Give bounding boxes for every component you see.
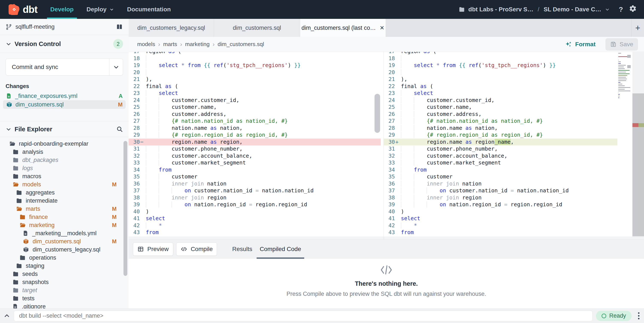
bottom-panel-header: Preview Compile Results Compiled Code (129, 240, 644, 259)
account-switcher[interactable]: dbt Labs - ProServ S… / SL Demo - Dave C… (458, 6, 616, 13)
new-tab-button[interactable]: + (631, 19, 644, 37)
top-nav: dbt DevelopDeployDocumentation dbt Labs … (0, 0, 644, 19)
breadcrumb-item[interactable]: marts (163, 41, 177, 47)
folder-open-icon (9, 140, 16, 147)
code-text: customer.customer_id, (146, 97, 240, 104)
kebab-menu[interactable] (634, 312, 643, 319)
format-button[interactable]: Format (565, 41, 596, 48)
settings-gear-button[interactable] (626, 5, 644, 14)
nav-item-documentation[interactable]: Documentation (121, 0, 177, 19)
sidebar: sqlfluff-meeting Version Control 2 Commi… (0, 19, 129, 309)
code-token: inner join (426, 195, 459, 201)
tree-item-target[interactable]: target (0, 286, 129, 294)
folder-icon (16, 189, 22, 196)
breadcrumb-item[interactable]: marketing (185, 41, 210, 47)
tree-item-tests[interactable]: tests (0, 294, 129, 303)
code-token (401, 139, 414, 145)
tree-item-marts[interactable]: martsM (0, 205, 129, 213)
line-number: 33 (129, 159, 140, 166)
table-grid-icon (138, 246, 144, 252)
tree-item-models[interactable]: modelsM (0, 180, 129, 189)
code-token (440, 62, 443, 68)
code-token: nation.nation_id (259, 187, 314, 194)
code-token: as (165, 83, 172, 89)
breadcrumb-item[interactable]: dim_customers.sql (218, 41, 264, 47)
tree-item-aggregates[interactable]: aggregates (0, 189, 129, 197)
folder-icon (12, 173, 19, 180)
code-token (401, 181, 414, 187)
minimap-line (618, 97, 619, 98)
tree-item-rapid-onboarding-exemplar[interactable]: rapid-onboarding-exemplar (0, 140, 129, 148)
code-text: ) (401, 208, 404, 215)
diff-pane-modified[interactable]: 17region as (18 19 select * from {{ ref(… (384, 52, 644, 237)
code-token (210, 62, 214, 68)
breadcrumb-item[interactable]: models (137, 41, 155, 47)
editor-tab-dim_customers_legacy.sql[interactable]: dim_customers_legacy.sql (129, 19, 214, 37)
code-token (401, 174, 414, 180)
tree-item-macros[interactable]: macros (0, 172, 129, 180)
nav-item-develop[interactable]: Develop (44, 0, 80, 19)
tree-item-analysis[interactable]: analysis (0, 148, 129, 156)
commit-options-caret[interactable] (109, 59, 123, 75)
preview-button[interactable]: Preview (133, 243, 173, 256)
status-badge: Ready (596, 311, 632, 321)
tree-item-finance[interactable]: financeM (0, 213, 129, 221)
scrollbar-thumb[interactable] (632, 93, 644, 236)
tree-item-operations[interactable]: operations (0, 254, 129, 262)
main-nav: DevelopDeployDocumentation (44, 0, 177, 19)
tab-results[interactable]: Results (230, 240, 255, 259)
line-number: 40 (129, 208, 140, 215)
horizontal-scrollbar-track[interactable] (129, 237, 644, 239)
editor-tab-dim_customers.sql[interactable]: dim_customers.sql (214, 19, 300, 37)
folder-icon (12, 149, 19, 155)
tree-item-snapshots[interactable]: snapshots (0, 278, 129, 286)
changed-file-dim_customers.sql[interactable]: dim_customers.sqlM (3, 100, 126, 109)
diff-pane-original[interactable]: 17region as (18 19 select * from {{ ref(… (129, 52, 384, 237)
code-token: select (159, 62, 178, 68)
search-icon[interactable] (116, 126, 123, 133)
chevron-up-icon[interactable] (0, 313, 14, 319)
tree-item-label: dim_customers.sql (32, 238, 81, 245)
commit-and-sync-button[interactable]: Commit and sync (6, 58, 123, 76)
code-line-38: 38 inner join region (129, 194, 381, 201)
tree-item-dim_customers_legacy.sql[interactable]: dim_customers_legacy.sql (0, 246, 129, 254)
nav-item-deploy[interactable]: Deploy (80, 0, 120, 19)
tree-item-.gitignore[interactable]: .gitignore (0, 303, 129, 309)
version-control-header[interactable]: Version Control 2 (0, 35, 129, 53)
left-pane-scrollbar[interactable] (374, 94, 380, 133)
tab-compiled-code[interactable]: Compiled Code (256, 240, 304, 259)
help-button[interactable]: ? (616, 5, 626, 13)
save-button[interactable]: Save (606, 38, 638, 50)
compile-button[interactable]: Compile (176, 243, 217, 256)
dbt-logo[interactable]: dbt (0, 0, 44, 19)
code-token: nation.region_id (191, 201, 249, 208)
tree-item-marketing[interactable]: marketingM (0, 221, 129, 229)
code-text: * (401, 222, 417, 229)
file-tree-scrollbar[interactable] (124, 141, 127, 276)
code-text: inner join nation (401, 180, 482, 187)
tree-item-label: logs (22, 165, 33, 172)
code-token (401, 146, 414, 152)
tree-item-staging[interactable]: staging (0, 262, 129, 270)
file-explorer-header[interactable]: File Explorer (0, 121, 129, 137)
command-input[interactable] (14, 311, 592, 321)
line-number: 29 (384, 131, 395, 139)
tree-item-dim_customers.sql[interactable]: dim_customers.sqlM (0, 237, 129, 246)
code-token (414, 146, 426, 152)
minimap-line (618, 87, 630, 88)
tree-item-seeds[interactable]: seeds (0, 270, 129, 278)
tree-item-dbt_packages[interactable]: dbt_packages (0, 156, 129, 164)
tree-item-_marketing__models.yml[interactable]: _marketing__models.yml (0, 229, 129, 237)
editor-tab-dim_customers.sqllastco[interactable]: dim_customers.sql (last co…✕ (300, 19, 386, 37)
minimap[interactable] (618, 52, 631, 237)
changed-file-_finance_exposures.yml[interactable]: _finance_exposures.ymlA (3, 92, 126, 100)
docs-book-icon[interactable] (116, 23, 123, 31)
line-number: 34 (384, 166, 395, 174)
code-token: nation (459, 181, 482, 187)
tree-item-logs[interactable]: logs (0, 164, 129, 172)
right-pane-scrollbar[interactable] (632, 52, 644, 237)
close-icon[interactable]: ✕ (380, 25, 384, 31)
tree-item-intermediate[interactable]: intermediate (0, 197, 129, 205)
code-text: select * from {{ ref('stg_tpch__regions'… (401, 62, 556, 69)
code-token: customer.phone_number, (426, 146, 498, 152)
